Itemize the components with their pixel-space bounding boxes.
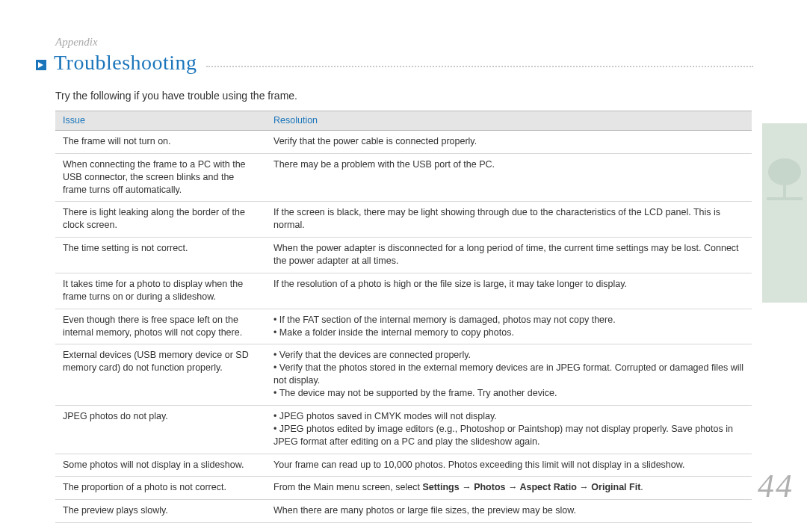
table-row: It takes time for a photo to display whe… (55, 273, 752, 309)
issue-cell: Even though there is free space left on … (55, 309, 266, 344)
resolution-cell: Your frame can read up to 10,000 photos.… (266, 454, 752, 477)
table-row: The time setting is not correct.When the… (55, 238, 752, 273)
title-dotted-rule (206, 58, 753, 67)
resolution-cell: From the Main menu screen, select Settin… (266, 477, 752, 500)
table-row: External devices (USB memory device or S… (55, 344, 752, 406)
menu-path-bold: Settings → Photos → Aspect Ratio → Origi… (422, 482, 640, 492)
list-item: Verify that the photos stored in the ext… (273, 362, 744, 387)
issue-cell: It takes time for a photo to display whe… (55, 273, 266, 309)
ducks-icon (762, 306, 806, 389)
section-label: Appendix (55, 36, 98, 49)
svg-rect-2 (767, 197, 803, 200)
list-item: The device may not be supported by the f… (273, 387, 744, 400)
svg-rect-1 (783, 179, 786, 199)
decorative-sidebar (762, 0, 807, 532)
intro-text: Try the following if you have trouble us… (55, 90, 297, 102)
tree-icon (767, 157, 803, 202)
arrow-bullet-icon (36, 60, 46, 70)
list-item: JPEG photos saved in CMYK modes will not… (273, 410, 744, 423)
resolution-cell: When the power adapter is disconnected f… (266, 238, 752, 273)
issue-cell: Some photos will not display in a slides… (55, 454, 266, 477)
column-header-resolution: Resolution (266, 111, 752, 131)
table-row: Even though there is free space left on … (55, 309, 752, 344)
resolution-cell: Verify that the devices are connected pr… (266, 344, 752, 406)
table-row: When connecting the frame to a PC with t… (55, 153, 752, 202)
resolution-cell: Verify that the power cable is connected… (266, 130, 752, 153)
list-item: Verify that the devices are connected pr… (273, 349, 744, 362)
issue-cell: There is light leaking along the border … (55, 202, 266, 238)
resolution-cell: If the resolution of a photo is high or … (266, 273, 752, 309)
issue-cell: External devices (USB memory device or S… (55, 344, 266, 406)
resolution-cell: JPEG photos saved in CMYK modes will not… (266, 405, 752, 454)
table-row: The frame will not turn on.Verify that t… (55, 130, 752, 153)
issue-cell: The preview plays slowly. (55, 500, 266, 523)
troubleshooting-table: Issue Resolution The frame will not turn… (55, 111, 752, 523)
table-row: The proportion of a photo is not correct… (55, 477, 752, 500)
list-item: If the FAT section of the internal memor… (273, 314, 744, 327)
column-header-issue: Issue (55, 111, 266, 131)
resolution-cell: When there are many photos or large file… (266, 500, 752, 523)
resolution-cell: If the screen is black, there may be lig… (266, 202, 752, 238)
table-row: There is light leaking along the border … (55, 202, 752, 238)
issue-cell: The proportion of a photo is not correct… (55, 477, 266, 500)
issue-cell: When connecting the frame to a PC with t… (55, 153, 266, 202)
list-item: Make a folder inside the internal memory… (273, 327, 744, 339)
issue-cell: JPEG photos do not play. (55, 405, 266, 454)
issue-cell: The time setting is not correct. (55, 238, 266, 273)
table-row: The preview plays slowly.When there are … (55, 500, 752, 523)
table-row: Some photos will not display in a slides… (55, 454, 752, 477)
resolution-cell: If the FAT section of the internal memor… (266, 309, 752, 344)
resolution-cell: There may be a problem with the USB port… (266, 153, 752, 202)
issue-cell: The frame will not turn on. (55, 130, 266, 153)
page-title: Troubleshooting (54, 51, 197, 75)
page-number: 44 (758, 467, 794, 505)
list-item: JPEG photos edited by image editors (e.g… (273, 423, 744, 448)
table-row: JPEG photos do not play.JPEG photos save… (55, 405, 752, 454)
